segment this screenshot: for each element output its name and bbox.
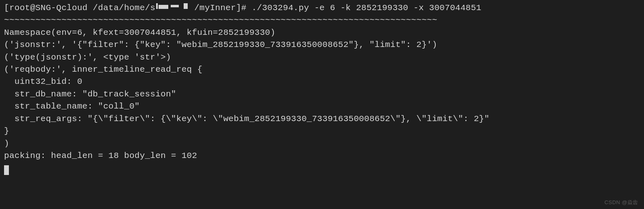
close-brace-line: } [4,125,640,137]
cursor-icon [4,165,9,175]
watermark-text: CSDN @焱齿 [604,199,638,207]
uint32-bid-line: uint32_bid: 0 [4,76,640,88]
svg-rect-1 [159,5,168,9]
command-prompt-line[interactable]: [root@SNG-Qcloud /data/home/s/myInner]# … [4,2,640,14]
terminal-cursor-line[interactable] [4,162,640,177]
prompt-prefix: [root@SNG-Qcloud /data/home/s [4,3,155,13]
close-paren-line: ) [4,138,640,150]
packing-line: packing: head_len = 18 body_len = 102 [4,150,640,162]
redacted-path [155,2,194,14]
str-db-name-line: str_db_name: "db_track_session" [4,88,640,100]
svg-rect-3 [184,3,188,9]
reqbody-open-line: ('reqbody:', inner_timeline_read_req { [4,64,640,76]
namespace-line: Namespace(env=6, kfext=3007044851, kfuin… [4,27,640,39]
str-req-args-line: str_req_args: "{\"filter\": {\"key\": \"… [4,113,640,125]
svg-rect-0 [156,3,158,9]
command-text: ./303294.py -e 6 -k 2852199330 -x 300704… [246,3,481,13]
jsonstr-line: ('jsonstr:', '{"filter": {"key": "webim_… [4,39,640,51]
svg-rect-2 [171,5,179,7]
separator-line: ~~~~~~~~~~~~~~~~~~~~~~~~~~~~~~~~~~~~~~~~… [4,14,640,26]
str-table-name-line: str_table_name: "coll_0" [4,100,640,113]
type-jsonstr-line: ('type(jsonstr):', <type 'str'>) [4,51,640,64]
prompt-suffix: /myInner]# [194,3,246,13]
